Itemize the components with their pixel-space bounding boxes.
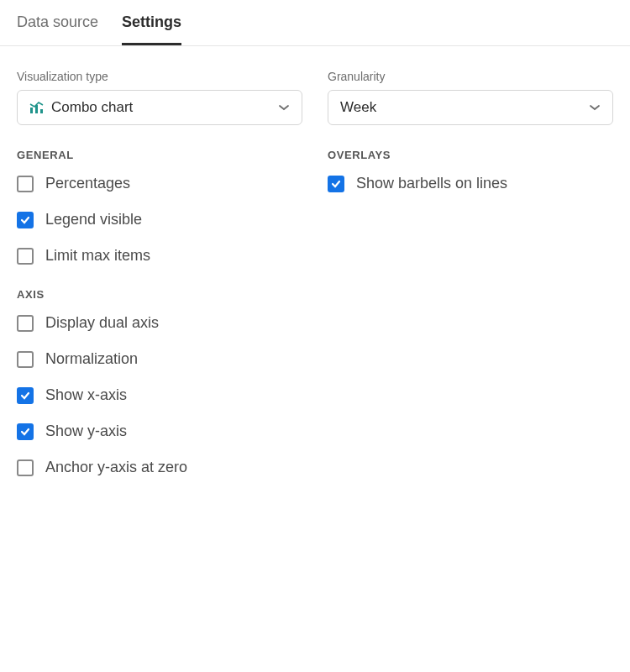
chevron-down-icon	[589, 104, 601, 111]
visualization-type-dropdown[interactable]: Combo chart	[17, 90, 302, 125]
overlays-heading: OVERLAYS	[328, 149, 613, 161]
checkbox-show-y-axis[interactable]: Show y-axis	[17, 423, 302, 440]
checkbox-box	[17, 459, 34, 476]
checkbox-label: Anchor y-axis at zero	[45, 459, 187, 476]
checkbox-show-x-axis[interactable]: Show x-axis	[17, 386, 302, 404]
checkbox-box	[17, 315, 34, 332]
checkbox-percentages[interactable]: Percentages	[17, 175, 302, 192]
granularity-dropdown[interactable]: Week	[328, 90, 613, 125]
checkbox-label: Legend visible	[45, 211, 142, 228]
dropdown-left-content: Week	[340, 99, 376, 116]
granularity-value: Week	[340, 99, 376, 116]
checkbox-label: Show y-axis	[45, 423, 127, 440]
tabs: Data source Settings	[0, 0, 630, 46]
checkbox-box	[17, 212, 34, 228]
checkbox-label: Show x-axis	[45, 386, 127, 404]
svg-rect-0	[30, 108, 33, 113]
checkbox-label: Limit max items	[45, 247, 150, 265]
checkbox-label: Normalization	[45, 350, 138, 368]
checkbox-box	[328, 176, 344, 192]
tab-data-source[interactable]: Data source	[17, 13, 98, 45]
combo-chart-icon	[29, 102, 45, 113]
checkbox-box	[17, 176, 34, 192]
axis-heading: AXIS	[17, 288, 302, 301]
checkbox-box	[17, 423, 34, 440]
checkbox-limit-max-items[interactable]: Limit max items	[17, 247, 302, 265]
checkbox-legend-visible[interactable]: Legend visible	[17, 211, 302, 228]
checkbox-label: Show barbells on lines	[356, 175, 507, 192]
left-column: Visualization type Combo chart GENERAL	[17, 70, 302, 495]
checkbox-box	[17, 387, 34, 404]
right-column: Granularity Week OVERLAYS Show barbells …	[328, 70, 613, 495]
checkbox-box	[17, 351, 34, 368]
checkbox-show-barbells-on-lines[interactable]: Show barbells on lines	[328, 175, 613, 192]
chevron-down-icon	[278, 104, 290, 111]
visualization-type-value: Combo chart	[51, 99, 133, 116]
checkbox-normalization[interactable]: Normalization	[17, 350, 302, 368]
granularity-label: Granularity	[328, 70, 613, 83]
settings-content: Visualization type Combo chart GENERAL	[0, 46, 630, 518]
tab-settings[interactable]: Settings	[122, 13, 181, 45]
visualization-type-label: Visualization type	[17, 70, 302, 83]
dropdown-left-content: Combo chart	[29, 99, 133, 116]
checkbox-label: Display dual axis	[45, 314, 159, 332]
svg-rect-2	[40, 109, 43, 113]
checkbox-box	[17, 248, 34, 265]
general-heading: GENERAL	[17, 149, 302, 161]
checkbox-label: Percentages	[45, 175, 130, 192]
checkbox-display-dual-axis[interactable]: Display dual axis	[17, 314, 302, 332]
checkbox-anchor-y-axis-at-zero[interactable]: Anchor y-axis at zero	[17, 459, 302, 476]
